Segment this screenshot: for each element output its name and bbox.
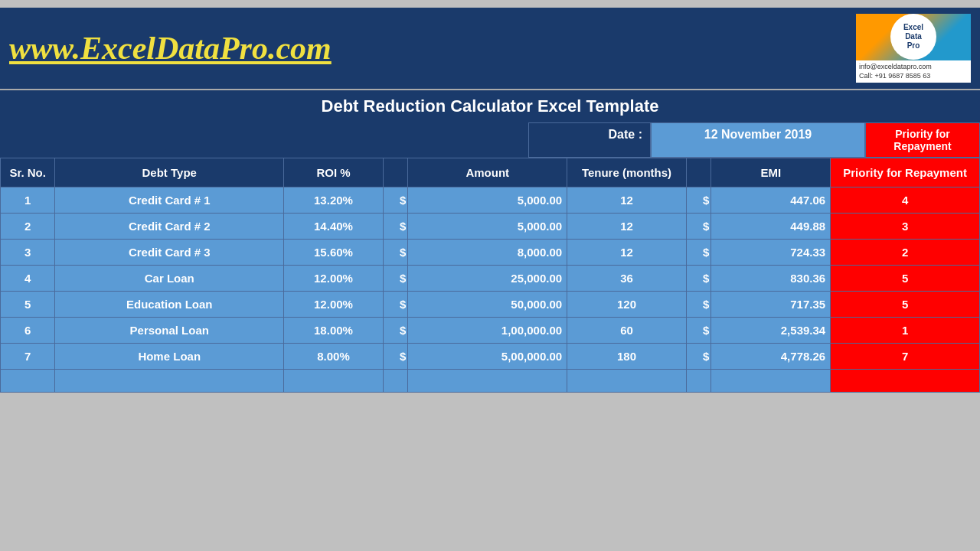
cell-roi: 12.00% [284,266,384,292]
cell-emi: 830.36 [711,266,831,292]
cell-emi: 717.35 [711,292,831,318]
cell-sr: 1 [1,187,55,214]
table-row: 4 Car Loan 12.00% $ 25,000.00 36 $ 830.3… [1,266,980,292]
main-container: www.ExcelDataPro.com ExcelDataPro info@e… [0,8,980,393]
header-bar: www.ExcelDataPro.com ExcelDataPro info@e… [0,8,980,89]
cell-debt-type: Credit Card # 1 [55,187,284,214]
cell-emi-currency: $ [686,292,710,318]
cell-tenure: 180 [567,344,687,370]
date-value: 12 November 2019 [651,122,865,158]
cell-emi-currency: $ [686,266,710,292]
table-header-row: Sr. No. Debt Type ROI % Amount Tenure (m… [1,158,980,187]
cell-priority: 7 [831,344,980,370]
cell-sr: 6 [1,318,55,344]
cell-amount-currency: $ [383,292,407,318]
cell-amount-currency: $ [383,187,407,214]
cell-roi: 14.40% [284,214,384,240]
cell-sr: 7 [1,344,55,370]
cell-debt-type: Home Loan [55,344,284,370]
cell-priority: 5 [831,266,980,292]
cell-tenure: 12 [567,187,687,214]
th-tenure: Tenure (months) [567,158,687,187]
cell-amount: 25,000.00 [408,266,567,292]
header-logo: ExcelDataPro info@exceldatapro.com Call:… [856,14,971,83]
logo-text: ExcelDataPro [903,23,923,51]
cell-priority: 4 [831,187,980,214]
cell-roi: 15.60% [284,240,384,266]
th-amount: Amount [408,158,567,187]
cell-sr: 4 [1,266,55,292]
cell-debt-type: Car Loan [55,266,284,292]
th-amount-currency [383,158,407,187]
th-priority: Priority for Repayment [831,158,980,187]
cell-amount-currency: $ [383,214,407,240]
cell-sr: 5 [1,292,55,318]
cell-priority: 3 [831,214,980,240]
cell-emi-currency: $ [686,187,710,214]
header-subtitle: Debt Reduction Calculator Excel Template [0,89,980,122]
cell-roi: 18.00% [284,318,384,344]
table-row: 6 Personal Loan 18.00% $ 1,00,000.00 60 … [1,318,980,344]
cell-amount-currency: $ [383,266,407,292]
cell-emi: 2,539.34 [711,318,831,344]
date-priority-header: Priority for Repayment [865,122,980,158]
cell-emi: 724.33 [711,240,831,266]
cell-amount: 8,000.00 [408,240,567,266]
table-row: 2 Credit Card # 2 14.40% $ 5,000.00 12 $… [1,214,980,240]
th-emi-currency [686,158,710,187]
cell-emi-currency: $ [686,344,710,370]
table-row: 5 Education Loan 12.00% $ 50,000.00 120 … [1,292,980,318]
cell-roi: 13.20% [284,187,384,214]
logo-contact: info@exceldatapro.com Call: +91 9687 858… [856,60,971,83]
cell-emi: 449.88 [711,214,831,240]
cell-priority: 5 [831,292,980,318]
cell-emi-currency: $ [686,240,710,266]
date-row-spacer [0,122,528,158]
th-debt-type: Debt Type [55,158,284,187]
th-sr-no: Sr. No. [1,158,55,187]
header-url: www.ExcelDataPro.com [9,30,856,67]
logo-inner: ExcelDataPro [890,14,936,60]
cell-amount: 5,000.00 [408,214,567,240]
cell-amount: 5,000.00 [408,187,567,214]
table-row: 7 Home Loan 8.00% $ 5,00,000.00 180 $ 4,… [1,344,980,370]
cell-sr: 2 [1,214,55,240]
cell-sr: 3 [1,240,55,266]
table-row: 1 Credit Card # 1 13.20% $ 5,000.00 12 $… [1,187,980,214]
th-roi: ROI % [284,158,384,187]
cell-tenure: 12 [567,214,687,240]
contact-phone: Call: +91 9687 8585 63 [859,71,968,81]
table-row: 3 Credit Card # 3 15.60% $ 8,000.00 12 $… [1,240,980,266]
th-emi: EMI [711,158,831,187]
cell-amount: 1,00,000.00 [408,318,567,344]
cell-debt-type: Credit Card # 3 [55,240,284,266]
cell-emi: 447.06 [711,187,831,214]
cell-tenure: 60 [567,318,687,344]
table-body: 1 Credit Card # 1 13.20% $ 5,000.00 12 $… [1,187,980,393]
debt-table: Sr. No. Debt Type ROI % Amount Tenure (m… [0,158,980,393]
logo-handshake-bg: ExcelDataPro [856,14,971,60]
cell-amount-currency: $ [383,344,407,370]
header-title-area: www.ExcelDataPro.com [9,30,856,67]
cell-roi: 12.00% [284,292,384,318]
page-container: www.ExcelDataPro.com ExcelDataPro info@e… [0,0,980,551]
date-label: Date : [528,122,651,158]
cell-debt-type: Personal Loan [55,318,284,344]
cell-priority: 1 [831,318,980,344]
cell-priority: 2 [831,240,980,266]
cell-amount-currency: $ [383,318,407,344]
cell-tenure: 120 [567,292,687,318]
cell-tenure: 36 [567,266,687,292]
cell-tenure: 12 [567,240,687,266]
cell-emi: 4,778.26 [711,344,831,370]
cell-amount: 50,000.00 [408,292,567,318]
date-row: Date : 12 November 2019 Priority for Rep… [0,122,980,158]
cell-debt-type: Credit Card # 2 [55,214,284,240]
cell-amount: 5,00,000.00 [408,344,567,370]
cell-emi-currency: $ [686,214,710,240]
cell-debt-type: Education Loan [55,292,284,318]
contact-email: info@exceldatapro.com [859,62,968,72]
cell-amount-currency: $ [383,240,407,266]
cell-emi-currency: $ [686,318,710,344]
table-row-empty [1,370,980,393]
